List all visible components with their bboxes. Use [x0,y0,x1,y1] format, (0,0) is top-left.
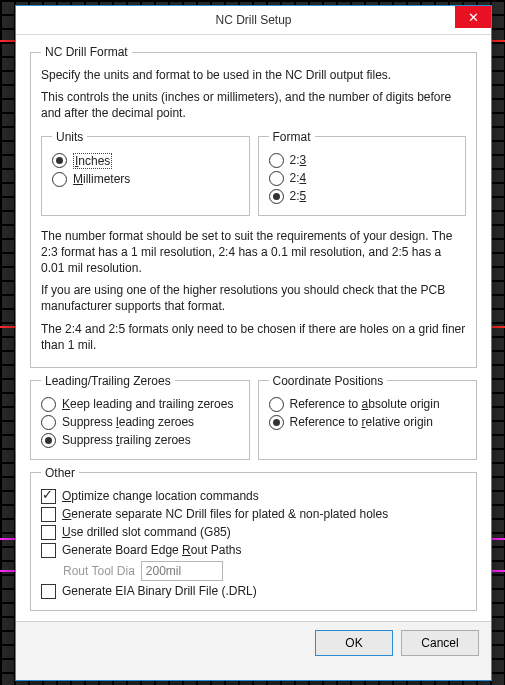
format-sub-legend: Format [269,130,315,144]
format-intro: Specify the units and format to be used … [41,67,466,83]
format-subgroup: Format 2:3 2:4 2:5 [258,130,467,216]
radio-2-5[interactable]: 2:5 [269,189,456,204]
check-separate-files[interactable]: Generate separate NC Drill files for pla… [41,507,466,522]
radio-label-millimeters: Millimeters [73,172,130,186]
coord-legend: Coordinate Positions [269,374,388,388]
nc-drill-format-group: NC Drill Format Specify the units and fo… [30,45,477,368]
checkbox-icon [41,543,56,558]
radio-2-3[interactable]: 2:3 [269,153,456,168]
radio-icon [41,397,56,412]
radio-icon [269,415,284,430]
other-legend: Other [41,466,79,480]
window-title: NC Drill Setup [16,13,491,27]
radio-millimeters[interactable]: Millimeters [52,172,239,187]
format-note-2: If you are using one of the higher resol… [41,282,466,314]
zeroes-legend: Leading/Trailing Zeroes [41,374,175,388]
radio-inches[interactable]: Inches [52,153,239,169]
radio-label: Reference to absolute origin [290,397,440,411]
other-group: Other Optimize change location commands … [30,466,477,611]
format-legend: NC Drill Format [41,45,132,59]
radio-label-inches: Inches [73,153,112,169]
check-label: Generate separate NC Drill files for pla… [62,507,388,521]
radio-label: Suppress trailing zeroes [62,433,191,447]
check-g85[interactable]: Use drilled slot command (G85) [41,525,466,540]
rout-tool-dia-row: Rout Tool Dia [63,561,466,581]
radio-label: Reference to relative origin [290,415,433,429]
radio-suppress-trailing[interactable]: Suppress trailing zeroes [41,433,239,448]
nc-drill-setup-dialog: NC Drill Setup ✕ NC Drill Format Specify… [15,5,492,681]
dialog-body: NC Drill Format Specify the units and fo… [16,35,491,621]
rout-tool-dia-input [141,561,223,581]
checkbox-icon [41,507,56,522]
close-button[interactable]: ✕ [455,6,491,28]
radio-2-4[interactable]: 2:4 [269,171,456,186]
zeroes-group: Leading/Trailing Zeroes Keep leading and… [30,374,250,460]
radio-relative-origin[interactable]: Reference to relative origin [269,415,467,430]
format-desc: This controls the units (inches or milli… [41,89,466,121]
radio-icon [269,397,284,412]
radio-icon [52,153,67,168]
button-label: OK [345,636,362,650]
radio-suppress-leading[interactable]: Suppress leading zeroes [41,415,239,430]
coord-positions-group: Coordinate Positions Reference to absolu… [258,374,478,460]
radio-icon [52,172,67,187]
dialog-button-row: OK Cancel [16,621,491,680]
format-note-1: The number format should be set to suit … [41,228,466,277]
radio-label-2-5: 2:5 [290,189,307,203]
units-legend: Units [52,130,87,144]
radio-label-2-4: 2:4 [290,171,307,185]
radio-icon [41,433,56,448]
close-icon: ✕ [468,11,479,24]
radio-icon [269,153,284,168]
radio-icon [269,171,284,186]
radio-absolute-origin[interactable]: Reference to absolute origin [269,397,467,412]
radio-label: Suppress leading zeroes [62,415,194,429]
check-rout-paths[interactable]: Generate Board Edge Rout Paths [41,543,466,558]
titlebar: NC Drill Setup ✕ [16,6,491,35]
radio-label: Keep leading and trailing zeroes [62,397,233,411]
cancel-button[interactable]: Cancel [401,630,479,656]
radio-keep-zeroes[interactable]: Keep leading and trailing zeroes [41,397,239,412]
check-label: Generate EIA Binary Drill File (.DRL) [62,584,257,598]
checkbox-icon [41,525,56,540]
check-label: Use drilled slot command (G85) [62,525,231,539]
button-label: Cancel [421,636,458,650]
check-label: Generate Board Edge Rout Paths [62,543,241,557]
checkbox-icon [41,489,56,504]
check-optimize[interactable]: Optimize change location commands [41,489,466,504]
radio-label-2-3: 2:3 [290,153,307,167]
check-label: Optimize change location commands [62,489,259,503]
radio-icon [269,189,284,204]
radio-icon [41,415,56,430]
checkbox-icon [41,584,56,599]
check-eia-binary[interactable]: Generate EIA Binary Drill File (.DRL) [41,584,466,599]
units-group: Units Inches Millimeters [41,130,250,216]
rout-tool-dia-label: Rout Tool Dia [63,564,135,578]
ok-button[interactable]: OK [315,630,393,656]
format-note-3: The 2:4 and 2:5 formats only need to be … [41,321,466,353]
